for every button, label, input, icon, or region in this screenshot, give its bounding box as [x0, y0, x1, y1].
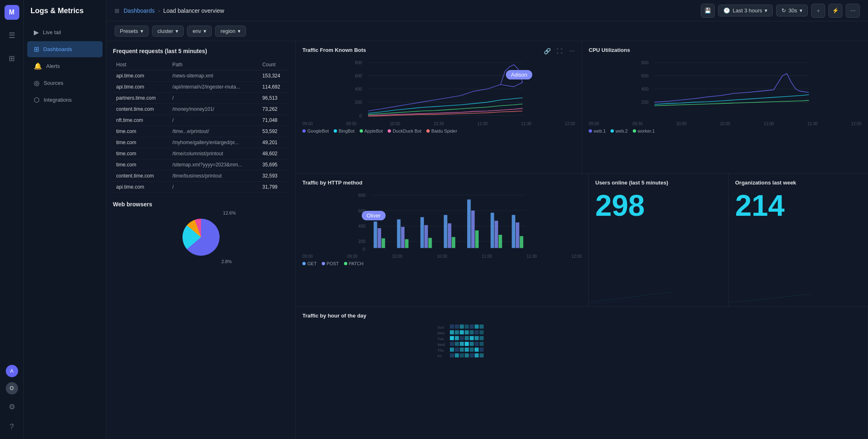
nav-label-livetail: Live tail — [43, 29, 61, 35]
table-row[interactable]: time.com /sitemap.xml?yyyy=2023&mm... 35… — [113, 159, 289, 170]
organizations-value: 214 — [735, 191, 862, 220]
traffic-bots-panel: Traffic From Known Bots 🔗 ⛶ ⋯ Adison — [296, 41, 582, 173]
svg-rect-35 — [428, 238, 432, 248]
nav-item-livetail[interactable]: ▶ Live tail — [27, 24, 103, 40]
env-filter[interactable]: env ▾ — [187, 26, 212, 37]
cluster-chevron: ▾ — [175, 28, 178, 34]
nav-item-alerts[interactable]: 🔔 Alerts — [27, 58, 103, 74]
cluster-filter[interactable]: cluster ▾ — [152, 26, 184, 37]
save-button[interactable]: 💾 — [701, 4, 715, 18]
svg-rect-44 — [498, 235, 502, 248]
nav-label-integrations: Integrations — [44, 97, 72, 103]
app-logo[interactable]: M — [5, 5, 19, 20]
bots-legend: GoogleBot BingBot AppleBot DuckDuck — [302, 128, 575, 133]
browsers-section: Web browsers 12.6% 2.8% — [113, 201, 289, 262]
refresh-icon: ↻ — [781, 7, 786, 14]
table-row[interactable]: content.time.com /time/business/printout… — [113, 170, 289, 182]
svg-rect-47 — [520, 236, 524, 248]
traffic-bots-title: Traffic From Known Bots — [302, 47, 575, 53]
table-row[interactable]: partners.time.com / 96,513 — [113, 93, 289, 104]
presets-filter[interactable]: Presets ▾ — [115, 26, 149, 37]
legend-web1: web.1 — [589, 128, 606, 133]
orgs-bg-chart — [729, 282, 811, 306]
svg-text:Mon: Mon — [438, 331, 445, 335]
svg-rect-57 — [465, 325, 469, 329]
right-panel: Traffic From Known Bots 🔗 ⛶ ⋯ Adison — [296, 41, 868, 439]
heatmap-svg: Sun Mon Tue Wed Thu Fri // Rendered as s… — [302, 324, 861, 361]
region-chevron: ▾ — [238, 28, 241, 34]
expand-icon[interactable]: ⛶ — [554, 46, 564, 56]
settings-icon[interactable]: ⚙ — [5, 399, 19, 414]
more-options-button[interactable]: ⋯ — [846, 4, 860, 18]
lightning-button[interactable]: ⚡ — [828, 4, 842, 18]
sidebar-nav-icon[interactable]: ☰ — [5, 28, 19, 43]
svg-rect-71 — [465, 336, 469, 340]
breadcrumb-link[interactable]: Dashboards — [124, 7, 155, 14]
cpu-chart-svg: 800 600 400 200 — [589, 58, 861, 120]
table-row[interactable]: api.time.com /news-sitemap.xml 153,324 — [113, 70, 289, 82]
region-filter[interactable]: region ▾ — [215, 26, 246, 37]
svg-rect-28 — [378, 228, 381, 248]
bots-x-labels: 09:00 09:30 10:00 10:30 11:00 11:30 12:0… — [302, 121, 575, 126]
legend-get: GET — [302, 261, 317, 266]
nav-item-sources[interactable]: ◎ Sources — [27, 75, 103, 91]
more-icon[interactable]: ⋯ — [567, 46, 577, 56]
svg-rect-56 — [460, 325, 464, 329]
main-area: ⊞ Dashboards › Load balancer overview 💾 … — [106, 0, 868, 439]
help-icon[interactable]: ? — [5, 419, 19, 434]
table-row[interactable]: api.time.com / 31,799 — [113, 182, 289, 193]
nav-item-dashboards[interactable]: ⊞ Dashboards — [27, 41, 103, 57]
table-row[interactable]: content.time.com /money/money101/ 73,262 — [113, 104, 289, 115]
env-label: env — [192, 28, 201, 34]
http-method-panel: Traffic by HTTP method Oliver 800 600 40… — [296, 174, 589, 306]
svg-rect-80 — [475, 342, 479, 346]
organizations-panel: Organizations last week 214 — [729, 174, 868, 306]
add-panel-button[interactable]: ＋ — [811, 4, 825, 18]
svg-rect-86 — [470, 348, 474, 352]
table-row[interactable]: time.com /myhome/gallery/enlarged/pr... … — [113, 137, 289, 148]
svg-rect-43 — [495, 221, 498, 248]
table-row[interactable]: nft.time.com / 71,048 — [113, 115, 289, 126]
filterbar: Presets ▾ cluster ▾ env ▾ region ▾ — [106, 21, 868, 41]
integrations-icon: ⬡ — [34, 96, 40, 104]
svg-text:800: 800 — [355, 60, 362, 65]
svg-rect-64 — [465, 330, 469, 334]
svg-rect-95 — [480, 353, 484, 357]
svg-text:600: 600 — [355, 73, 362, 78]
table-row[interactable]: time.com /time/columnist/printout 48,602 — [113, 148, 289, 159]
users-online-title: Users online (last 5 minutes) — [595, 180, 722, 186]
svg-rect-29 — [381, 238, 385, 248]
traffic-day-panel: Traffic by hour of the day Sun Mon Tue W… — [296, 307, 868, 439]
bots-chart-svg: 800 600 400 200 0 — [302, 58, 575, 120]
svg-rect-62 — [455, 330, 459, 334]
cpu-x-labels: 09:00 09:30 10:00 10:30 11:00 11:30 12:0… — [589, 121, 861, 126]
svg-text:200: 200 — [358, 239, 365, 244]
legend-patch: PATCH — [344, 261, 364, 266]
col-count: Count — [259, 59, 289, 70]
breadcrumb-current: Load balancer overview — [163, 7, 224, 14]
dashboard-icon-small: ⊞ — [115, 7, 119, 14]
table-row[interactable]: api.time.com /api/internal/v2/ingester-m… — [113, 82, 289, 93]
oliver-tooltip: Oliver — [362, 211, 386, 220]
sidebar-dashboard-icon[interactable]: ⊞ — [5, 51, 19, 66]
link-icon[interactable]: 🔗 — [542, 46, 552, 56]
nav-item-integrations[interactable]: ⬡ Integrations — [27, 92, 103, 108]
avatar-2[interactable]: O — [6, 382, 18, 395]
svg-rect-30 — [397, 220, 401, 248]
svg-text:Tue: Tue — [438, 337, 444, 341]
organizations-title: Organizations last week — [735, 180, 862, 186]
time-range-selector[interactable]: 🕐 Last 3 hours ▾ — [718, 5, 773, 16]
svg-rect-88 — [480, 348, 484, 352]
bottom-row: Traffic by hour of the day Sun Mon Tue W… — [296, 307, 868, 439]
http-x-labels: 09:00 09:30 10:00 10:30 11:00 11:30 12:0… — [302, 254, 582, 259]
refresh-selector[interactable]: ↻ 30s ▾ — [776, 5, 808, 16]
svg-rect-27 — [374, 222, 377, 248]
clock-icon: 🕐 — [723, 7, 730, 14]
frequent-requests-title: Frequent requests (last 5 minutes) — [113, 48, 289, 54]
svg-rect-68 — [450, 336, 454, 340]
svg-rect-54 — [450, 325, 454, 329]
table-row[interactable]: time.com /time...e/printout/ 53,592 — [113, 126, 289, 137]
svg-rect-77 — [460, 342, 464, 346]
avatar-1[interactable]: A — [6, 365, 18, 377]
svg-rect-78 — [465, 342, 469, 346]
